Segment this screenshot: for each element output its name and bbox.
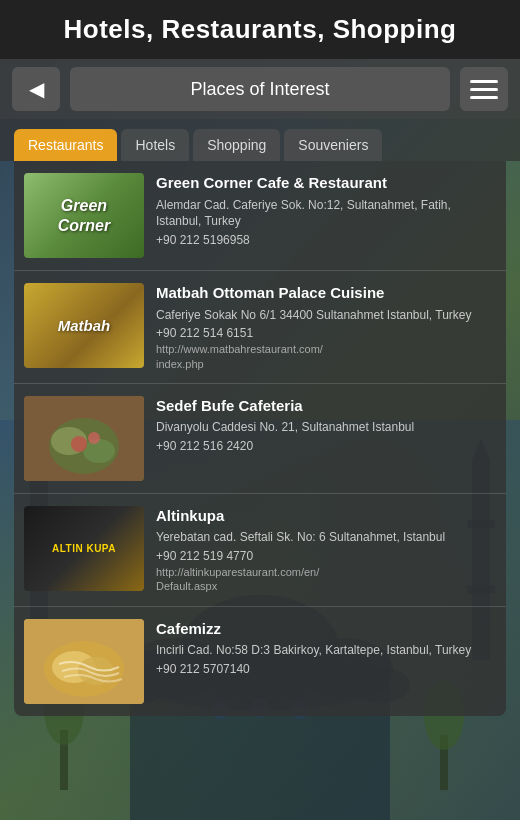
back-icon: ◀ bbox=[29, 77, 44, 101]
restaurant-name: Cafemizz bbox=[156, 619, 496, 639]
restaurant-phone: +90 212 5196958 bbox=[156, 233, 496, 247]
svg-point-28 bbox=[88, 432, 100, 444]
restaurant-info: Cafemizz Incirli Cad. No:58 D:3 Bakirkoy… bbox=[156, 619, 496, 678]
restaurant-phone: +90 212 514 6151 bbox=[156, 326, 496, 340]
menu-icon-line2 bbox=[470, 88, 498, 91]
thumb-label: Matbah bbox=[58, 317, 111, 334]
svg-point-27 bbox=[71, 436, 87, 452]
restaurant-url: http://altinkuparestaurant.com/en/Defaul… bbox=[156, 565, 496, 594]
tab-souveniers[interactable]: Souveniers bbox=[284, 129, 382, 161]
list-item[interactable]: GreenCorner Green Corner Cafe & Restaura… bbox=[14, 161, 506, 271]
restaurant-name: Altinkupa bbox=[156, 506, 496, 526]
menu-button[interactable] bbox=[460, 67, 508, 111]
restaurant-address: Caferiye Sokak No 6/1 34400 Sultanahmet … bbox=[156, 307, 496, 324]
list-item[interactable]: Cafemizz Incirli Cad. No:58 D:3 Bakirkoy… bbox=[14, 607, 506, 716]
menu-icon-line3 bbox=[470, 96, 498, 99]
tabs-bar: Restaurants Hotels Shopping Souveniers bbox=[0, 119, 520, 161]
nav-bar: ◀ Places of Interest bbox=[0, 59, 520, 119]
nav-title-text: Places of Interest bbox=[190, 79, 329, 100]
tab-shopping[interactable]: Shopping bbox=[193, 129, 280, 161]
restaurant-url: http://www.matbahrestaurant.com/index.ph… bbox=[156, 342, 496, 371]
restaurant-thumbnail bbox=[24, 396, 144, 481]
header-title: Hotels, Restaurants, Shopping bbox=[64, 14, 457, 44]
restaurant-address: Alemdar Cad. Caferiye Sok. No:12, Sultan… bbox=[156, 197, 496, 231]
restaurant-name: Matbah Ottoman Palace Cuisine bbox=[156, 283, 496, 303]
restaurant-name: Green Corner Cafe & Restaurant bbox=[156, 173, 496, 193]
nav-title-container: Places of Interest bbox=[70, 67, 450, 111]
restaurant-info: Sedef Bufe Cafeteria Divanyolu Caddesi N… bbox=[156, 396, 496, 455]
restaurant-info: Matbah Ottoman Palace Cuisine Caferiye S… bbox=[156, 283, 496, 371]
list-item[interactable]: Matbah Matbah Ottoman Palace Cuisine Caf… bbox=[14, 271, 506, 384]
restaurant-address: Incirli Cad. No:58 D:3 Bakirkoy, Kartalt… bbox=[156, 642, 496, 659]
restaurant-thumbnail: Matbah bbox=[24, 283, 144, 368]
svg-point-26 bbox=[83, 439, 115, 463]
restaurant-phone: +90 212 519 4770 bbox=[156, 549, 496, 563]
restaurant-name: Sedef Bufe Cafeteria bbox=[156, 396, 496, 416]
restaurant-thumbnail: ALTIN KUPA bbox=[24, 506, 144, 591]
menu-icon-line1 bbox=[470, 80, 498, 83]
restaurant-info: Altinkupa Yerebatan cad. Seftali Sk. No:… bbox=[156, 506, 496, 594]
restaurant-address: Divanyolu Caddesi No. 21, Sultanahmet Is… bbox=[156, 419, 496, 436]
thumb-label: ALTIN KUPA bbox=[52, 543, 116, 554]
list-item[interactable]: Sedef Bufe Cafeteria Divanyolu Caddesi N… bbox=[14, 384, 506, 494]
restaurant-address: Yerebatan cad. Seftali Sk. No: 6 Sultana… bbox=[156, 529, 496, 546]
restaurant-phone: +90 212 5707140 bbox=[156, 662, 496, 676]
restaurant-thumbnail: GreenCorner bbox=[24, 173, 144, 258]
tab-restaurants[interactable]: Restaurants bbox=[14, 129, 117, 161]
back-button[interactable]: ◀ bbox=[12, 67, 60, 111]
restaurant-phone: +90 212 516 2420 bbox=[156, 439, 496, 453]
thumb-label: GreenCorner bbox=[58, 196, 110, 234]
header: Hotels, Restaurants, Shopping bbox=[0, 0, 520, 59]
restaurant-list: GreenCorner Green Corner Cafe & Restaura… bbox=[14, 161, 506, 716]
restaurant-info: Green Corner Cafe & Restaurant Alemdar C… bbox=[156, 173, 496, 249]
tab-hotels[interactable]: Hotels bbox=[121, 129, 189, 161]
restaurant-thumbnail bbox=[24, 619, 144, 704]
list-item[interactable]: ALTIN KUPA Altinkupa Yerebatan cad. Seft… bbox=[14, 494, 506, 607]
